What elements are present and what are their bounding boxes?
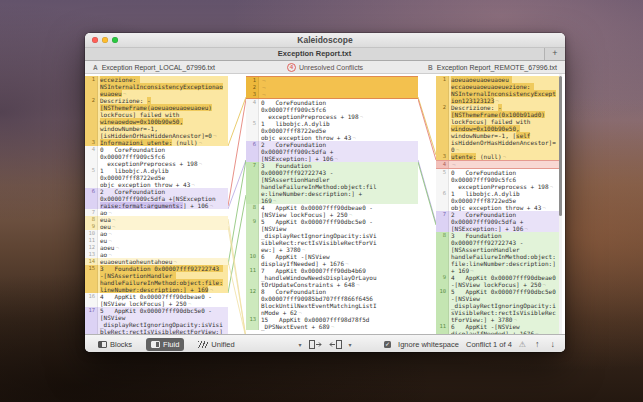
code-line[interactable]: 164 AppKit 0x00007fff90dbeae0 -[NSView l… [85, 293, 228, 307]
code-line[interactable]: 1315 AppKit 0x00007fff98d78f5d _DPSNextE… [246, 316, 418, 330]
code-line[interactable]: 40 CoreFoundation 0x00007fff909c5fc6 __e… [85, 146, 228, 167]
code-line[interactable]: 84 AppKit 0x00007fff90dbeae0 -[NSView lo… [246, 204, 418, 218]
line-text: ao¬ [98, 251, 228, 258]
line-number: 11 [436, 323, 449, 334]
previous-conflict-button[interactable]: ↑ [533, 340, 542, 349]
line-number: 9 [246, 218, 259, 253]
line-text: 0 CoreFoundation 0x00007fff909c5fc6 __ex… [98, 146, 228, 167]
code-line[interactable]: 3Informazioni utente: (null)¬ [85, 139, 228, 146]
merge-right-options-chevron-icon[interactable]: ▾ [349, 341, 352, 348]
code-line[interactable]: 2¬ [246, 84, 418, 91]
code-line[interactable]: 106 AppKit -[NSView displayIfNeeded] + 1… [246, 253, 418, 267]
file-b-badge: B [428, 64, 433, 71]
file-b-header[interactable]: B Exception Report_REMOTE_67996.txt [428, 64, 557, 71]
line-text: 1 libobjc.A.dylib 0x00007fff8722ed5e obj… [449, 190, 559, 211]
code-line[interactable]: 51 libobjc.A.dylib 0x00007fff8722ed5e ob… [246, 120, 418, 141]
line-text: ¬ [449, 161, 559, 168]
code-line[interactable]: 3¬ [246, 91, 418, 99]
code-line[interactable]: 153 Foundation 0x00007fff92722743 -[NSAs… [85, 265, 228, 293]
code-line[interactable]: 4¬ [436, 160, 559, 169]
line-text: eu¬ [98, 237, 228, 244]
line-number: 3 [85, 139, 98, 146]
line-number: 16 [85, 293, 98, 307]
line-number: 9 [436, 274, 449, 288]
code-line[interactable]: 62 CoreFoundation 0x00007fff909c5dfa +[N… [246, 141, 418, 162]
line-text: 2 CoreFoundation 0x00007fff909c5dfa +[NS… [98, 188, 228, 209]
line-text: 4 AppKit 0x00007fff90dbeae0 -[NSView loc… [259, 204, 418, 218]
line-number: 7 [85, 209, 98, 216]
ignore-whitespace-checkbox[interactable]: ✓ [384, 341, 391, 348]
line-number: 2 [246, 84, 259, 91]
line-text: ao¬ [98, 209, 228, 216]
line-number: 17 [85, 307, 98, 334]
line-text: 3 Foundation 0x00007fff92722743 -[NSAsse… [259, 162, 418, 204]
line-number: 3 [436, 153, 449, 160]
new-tab-button[interactable]: + [544, 48, 565, 60]
line-text: 6 AppKit -[NSView displayIfNeeded] + 167… [449, 323, 559, 334]
code-line[interactable]: 175 AppKit 0x00007fff90dbc5e0 -[NSView _… [85, 307, 228, 334]
code-line[interactable]: 1¬ [246, 76, 418, 84]
code-line[interactable]: 7ao¬ [85, 209, 228, 216]
code-line[interactable]: 95 AppKit 0x00007fff90dbc5e0 -[NSView _d… [246, 218, 418, 253]
line-text: 8 CoreFoundation 0x00007fff90985bd707fff… [259, 288, 418, 316]
kaleidoscope-window: Kaleidoscope Exception Report.txt + A Ex… [85, 33, 565, 352]
code-line[interactable]: 117 AppKit 0x00007fff90db4b69 _handleWin… [246, 267, 418, 288]
copy-to-left-button[interactable] [329, 340, 342, 349]
code-line[interactable]: 3utente: (null)¬ [436, 153, 559, 160]
code-line[interactable]: 10ao¬ [85, 230, 228, 237]
copy-to-right-button[interactable] [309, 340, 322, 349]
line-number: 11 [246, 267, 259, 288]
merge-left-options-chevron-icon[interactable]: ▾ [298, 341, 301, 348]
line-text: 1 libobjc.A.dylib 0x00007fff8722ed5e obj… [98, 167, 228, 188]
scrollbar-thumb[interactable] [559, 76, 562, 216]
tab-exception-report[interactable]: Exception Report.txt [85, 48, 544, 60]
line-text: aoeu¬ [98, 244, 228, 251]
conflict-status: Conflict 1 of 4 [466, 340, 512, 349]
conflict-label: Unresolved Conflicts [299, 64, 363, 71]
ribbon-gap-left [228, 74, 246, 334]
line-number: 8 [436, 232, 449, 274]
code-line[interactable]: 73 Foundation 0x00007fff92722743 -[NSAss… [246, 162, 418, 204]
line-text: 3 Foundation 0x00007fff92722743 -[NSAsse… [449, 232, 559, 274]
line-text: oeu¬ [98, 223, 228, 230]
code-line[interactable]: 13ao¬ [85, 251, 228, 258]
pane-merged[interactable]: 1¬2¬3¬40 CoreFoundation 0x00007fff909c5f… [246, 74, 418, 334]
line-number: 2 [436, 104, 449, 153]
next-conflict-button[interactable]: ↓ [549, 340, 558, 349]
code-line[interactable]: 61 libobjc.A.dylib 0x00007fff8722ed5e ob… [436, 190, 559, 211]
line-number: 4 [246, 99, 259, 120]
code-line[interactable]: 128 CoreFoundation 0x00007fff90985bd707f… [246, 288, 418, 316]
code-line[interactable]: 72 CoreFoundation 0x00007fff909c5dfa +[N… [436, 211, 559, 232]
line-text: 0 CoreFoundation 0x00007fff909c5fc6 __ex… [449, 169, 559, 190]
title-bar[interactable]: Kaleidoscope [85, 33, 565, 48]
diff-ribbons-left [228, 74, 246, 334]
code-line[interactable]: 105 AppKit 0x00007fff90dbc5e0 -[NSView _… [436, 288, 559, 323]
code-line[interactable]: 1eccezione: NSInternalInconsistencyExcep… [85, 76, 228, 97]
line-number: 1 [246, 77, 259, 84]
code-line[interactable]: 62 CoreFoundation 0x00007fff909c5dfa +[N… [85, 188, 228, 209]
line-text: eccezione: NSInternalInconsistencyExcept… [98, 76, 228, 97]
code-line[interactable]: 1aoeuaoeuaoeuaoeu eccaoeuaoeuaoeuezione:… [436, 76, 559, 104]
code-line[interactable]: 116 AppKit -[NSView displayIfNeeded] + 1… [436, 323, 559, 334]
pane-remote[interactable]: 1aoeuaoeuaoeuaoeu eccaoeuaoeuaoeuezione:… [436, 74, 559, 334]
code-line[interactable]: 2Descrizione: -[NSThemeFrame(0x100b91ad0… [436, 104, 559, 153]
line-text: 7 AppKit 0x00007fff90db4b69 _handleWindo… [259, 267, 418, 288]
code-line[interactable]: 94 AppKit 0x00007fff90dbeae0 -[NSView lo… [436, 274, 559, 288]
line-number: 11 [85, 237, 98, 244]
code-line[interactable]: 8eua¬ [85, 216, 228, 223]
line-text: 1 libobjc.A.dylib 0x00007fff8722ed5e obj… [259, 120, 418, 141]
code-line[interactable]: 12aoeu¬ [85, 244, 228, 251]
ignore-whitespace-label[interactable]: Ignore whitespace [398, 340, 459, 349]
line-number: 5 [246, 120, 259, 141]
code-line[interactable]: 51 libobjc.A.dylib 0x00007fff8722ed5e ob… [85, 167, 228, 188]
code-line[interactable]: 14euaoeuntaoheuntahoeu¬ [85, 258, 228, 265]
code-line[interactable]: 40 CoreFoundation 0x00007fff909c5fc6 __e… [246, 99, 418, 120]
code-line[interactable]: 83 Foundation 0x00007fff92722743 -[NSAss… [436, 232, 559, 274]
pane-local[interactable]: 1eccezione: NSInternalInconsistencyExcep… [85, 74, 228, 334]
code-line[interactable]: 11eu¬ [85, 237, 228, 244]
code-line[interactable]: 50 CoreFoundation 0x00007fff909c5fc6 __e… [436, 169, 559, 190]
code-line[interactable]: 9oeu¬ [85, 223, 228, 230]
code-line[interactable]: 2Descrizione: -[NSThemeFrame(aoeuaoeuaoe… [85, 97, 228, 139]
line-number: 8 [85, 216, 98, 223]
scrollbar-track[interactable] [559, 74, 562, 334]
